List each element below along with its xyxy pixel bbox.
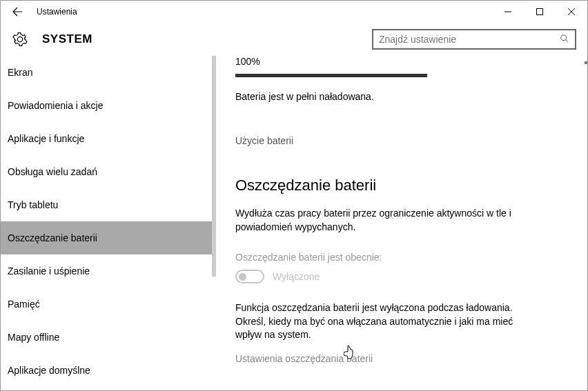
- sidebar-item-aplikacje-domyslne[interactable]: Aplikacje domyślne: [1, 354, 216, 387]
- back-button[interactable]: [6, 1, 28, 23]
- sidebar: Ekran Powiadomienia i akcje Aplikacje i …: [1, 56, 216, 391]
- close-button[interactable]: [556, 1, 587, 23]
- section-title: Oszczędzanie baterii: [235, 177, 568, 194]
- battery-saver-settings-link[interactable]: Ustawienia oszczędzania baterii: [235, 353, 568, 364]
- sidebar-item-tryb-tabletu[interactable]: Tryb tabletu: [1, 188, 216, 221]
- sidebar-item-label: Aplikacje i funkcje: [8, 133, 84, 144]
- sidebar-item-aplikacje-funkcje[interactable]: Aplikacje i funkcje: [1, 122, 216, 155]
- svg-point-4: [561, 34, 567, 40]
- svg-rect-1: [537, 9, 543, 15]
- search-icon: [560, 34, 569, 46]
- sidebar-item-label: Tryb tabletu: [8, 199, 58, 210]
- window-title: Ustawienia: [37, 7, 77, 17]
- toggle-state-text: Wyłączone: [273, 271, 320, 282]
- content-panel: 100% Bateria jest w pełni naładowana. Uż…: [216, 56, 587, 391]
- gear-icon: [12, 31, 28, 48]
- sidebar-item-obsluga-zadan[interactable]: Obsługa wielu zadań: [1, 155, 216, 188]
- svg-line-5: [566, 39, 569, 42]
- sidebar-item-powiadomienia[interactable]: Powiadomienia i akcje: [1, 89, 216, 122]
- battery-saver-toggle[interactable]: [235, 270, 264, 283]
- sidebar-item-zasilanie[interactable]: Zasilanie i uśpienie: [1, 254, 216, 288]
- sidebar-item-label: Obsługa wielu zadań: [8, 166, 97, 177]
- battery-progress-bar: [235, 74, 427, 77]
- battery-percent: 100%: [235, 56, 568, 67]
- battery-saver-info: Funkcja oszczędzania baterii jest wyłącz…: [235, 301, 539, 342]
- battery-status-text: Bateria jest w pełni naładowana.: [235, 91, 568, 102]
- window-controls: [492, 1, 587, 23]
- battery-usage-link[interactable]: Użycie baterii: [235, 135, 568, 146]
- content-scrollbar[interactable]: [585, 61, 587, 64]
- sidebar-item-pamiec[interactable]: Pamięć: [1, 288, 216, 321]
- sidebar-item-label: Zasilanie i uśpienie: [8, 265, 90, 277]
- sidebar-item-label: Aplikacje domyślne: [8, 365, 90, 376]
- sidebar-item-label: Ekran: [8, 67, 33, 78]
- sidebar-item-oszczedzanie-baterii[interactable]: Oszczędzanie baterii: [1, 221, 216, 254]
- page-title: SYSTEM: [42, 32, 92, 46]
- sidebar-item-label: Pamięć: [8, 299, 40, 310]
- sidebar-item-label: Oszczędzanie baterii: [8, 232, 97, 243]
- sidebar-item-label: Mapy offline: [8, 332, 59, 343]
- maximize-button[interactable]: [524, 1, 556, 23]
- toggle-knob: [239, 273, 246, 281]
- minimize-button[interactable]: [492, 1, 524, 23]
- search-input[interactable]: Znajdź ustawienie: [372, 29, 576, 50]
- toggle-label: Oszczędzanie baterii jest obecnie:: [235, 252, 568, 263]
- search-placeholder: Znajdź ustawienie: [379, 34, 560, 45]
- sidebar-item-ekran[interactable]: Ekran: [1, 56, 216, 89]
- sidebar-item-label: Powiadomienia i akcje: [8, 100, 104, 111]
- header: SYSTEM Znajdź ustawienie: [1, 23, 587, 56]
- section-description: Wydłuża czas pracy baterii przez ogranic…: [235, 207, 532, 234]
- titlebar: Ustawienia: [1, 1, 587, 23]
- sidebar-item-mapy-offline[interactable]: Mapy offline: [1, 321, 216, 354]
